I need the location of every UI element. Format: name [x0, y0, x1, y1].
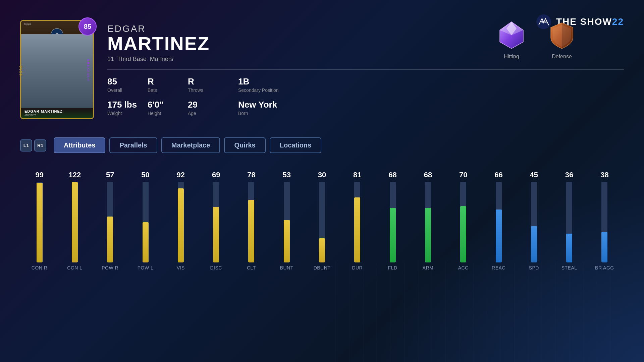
- attr-value-13: 66: [494, 171, 502, 179]
- hitting-gem-label: Hitting: [504, 54, 519, 60]
- stat-throws-label: Throws: [188, 87, 238, 93]
- attr-label-10: FLD: [388, 265, 397, 270]
- attr-value-2: 57: [106, 171, 114, 179]
- bar-track-12: [460, 182, 466, 262]
- stat-age: 29 Age: [188, 100, 238, 116]
- player-position: Third Base: [117, 56, 147, 62]
- l1-badge[interactable]: L1: [20, 139, 32, 152]
- bar-fill-8: [319, 238, 325, 262]
- defense-gem-icon: [547, 20, 577, 50]
- attr-label-8: DBUNT: [314, 265, 331, 270]
- attr-label-1: CON L: [67, 265, 82, 270]
- attr-value-8: 30: [318, 171, 326, 179]
- bar-fill-0: [37, 183, 43, 262]
- bar-track-16: [601, 182, 607, 262]
- attr-bar-group-spd: 45 SPD: [521, 171, 546, 270]
- attr-bar-group-fld: 68 FLD: [380, 171, 405, 270]
- bar-fill-7: [284, 220, 290, 262]
- bar-fill-15: [566, 234, 572, 262]
- bar-track-8: [319, 182, 325, 262]
- bar-fill-3: [143, 222, 149, 262]
- tab-attributes[interactable]: Attributes: [54, 137, 105, 153]
- bar-track-1: [72, 182, 78, 262]
- bar-container-11: [425, 182, 431, 262]
- attr-value-15: 36: [565, 171, 573, 179]
- bar-container-5: [213, 182, 219, 262]
- attr-value-5: 69: [212, 171, 220, 179]
- bar-track-10: [390, 182, 396, 262]
- bar-track-14: [531, 182, 537, 262]
- attr-label-0: CON R: [32, 265, 48, 270]
- defense-gem-label: Defense: [552, 54, 572, 60]
- bar-fill-12: [460, 206, 466, 262]
- card-rating-badge: 85: [78, 17, 97, 36]
- attributes-section: 99 CON R 122 CON L 57 POW R 50: [20, 163, 624, 270]
- attr-bar-group-pow-l: 50 POW L: [133, 171, 158, 270]
- attr-bar-group-reac: 66 REAC: [486, 171, 511, 270]
- card-player-name: EDGAR MARTINEZ: [24, 109, 90, 113]
- attr-bar-group-bunt: 53 BUNT: [274, 171, 299, 270]
- stat-bats-value: R: [148, 76, 188, 87]
- stats-grid: 85 Overall R Bats R Throws 1B Secondary …: [107, 76, 624, 116]
- bar-container-13: [496, 182, 502, 262]
- player-card: Topps S EDGAR MARTINEZ Mariners: [20, 20, 94, 121]
- bar-track-7: [284, 182, 290, 262]
- bar-track-5: [213, 182, 219, 262]
- bar-track-2: [107, 182, 113, 262]
- bar-fill-4: [178, 188, 184, 262]
- tab-parallels[interactable]: Parallels: [109, 137, 157, 153]
- stat-born-label: Born: [238, 111, 339, 116]
- attr-value-7: 53: [282, 171, 290, 179]
- attr-label-5: DISC: [210, 265, 222, 270]
- stat-overall: 85 Overall: [107, 76, 148, 93]
- tabs-section: L1 R1 Attributes Parallels Marketplace Q…: [20, 137, 624, 153]
- attr-label-11: ARM: [423, 265, 434, 270]
- attr-value-9: 81: [353, 171, 361, 179]
- bar-container-0: [37, 182, 43, 262]
- attr-value-0: 99: [35, 171, 43, 179]
- tab-marketplace[interactable]: Marketplace: [161, 137, 220, 153]
- r1-badge[interactable]: R1: [34, 139, 46, 152]
- divider: [107, 69, 624, 70]
- tab-locations[interactable]: Locations: [270, 137, 321, 153]
- bar-fill-5: [213, 207, 219, 262]
- attr-value-6: 78: [247, 171, 255, 179]
- bar-track-6: [248, 182, 254, 262]
- bar-container-9: [354, 182, 360, 262]
- bar-container-12: [460, 182, 466, 262]
- trigger-badges: L1 R1: [20, 139, 46, 152]
- attr-bar-group-disc: 69 DISC: [203, 171, 228, 270]
- stat-secondary-position-value: 1B: [238, 76, 339, 87]
- attr-label-4: VIS: [177, 265, 185, 270]
- bar-track-3: [143, 182, 149, 262]
- bar-container-7: [284, 182, 290, 262]
- bar-container-10: [390, 182, 396, 262]
- attr-value-11: 68: [424, 171, 432, 179]
- attr-value-14: 45: [530, 171, 538, 179]
- attr-label-13: REAC: [492, 265, 505, 270]
- attr-bar-group-arm: 68 ARM: [415, 171, 440, 270]
- bar-container-8: [319, 182, 325, 262]
- attr-bar-group-con-r: 99 CON R: [27, 171, 52, 270]
- card-name-bar: EDGAR MARTINEZ Mariners: [21, 107, 93, 118]
- stat-bats-label: Bats: [148, 87, 188, 93]
- gem-defense: Defense: [547, 20, 577, 60]
- bar-fill-14: [531, 226, 537, 262]
- bar-fill-1: [72, 182, 78, 262]
- attr-label-15: STEAL: [561, 265, 577, 270]
- card-year: 1992: [19, 65, 23, 76]
- gem-section: Hitting Defense: [496, 20, 577, 60]
- attr-label-7: BUNT: [280, 265, 293, 270]
- tab-quirks[interactable]: Quirks: [224, 137, 265, 153]
- stat-secondary-position: 1B Secondary Position: [238, 76, 339, 93]
- bar-container-15: [566, 182, 572, 262]
- attr-value-4: 92: [177, 171, 185, 179]
- bar-fill-6: [248, 200, 254, 262]
- bar-track-11: [425, 182, 431, 262]
- attr-bar-group-clt: 78 CLT: [239, 171, 264, 270]
- attr-bar-group-pow-r: 57 POW R: [98, 171, 123, 270]
- attr-label-12: ACC: [458, 265, 469, 270]
- attr-value-10: 68: [388, 171, 396, 179]
- attr-bar-group-dbunt: 30 DBUNT: [309, 171, 334, 270]
- bar-container-2: [107, 182, 113, 262]
